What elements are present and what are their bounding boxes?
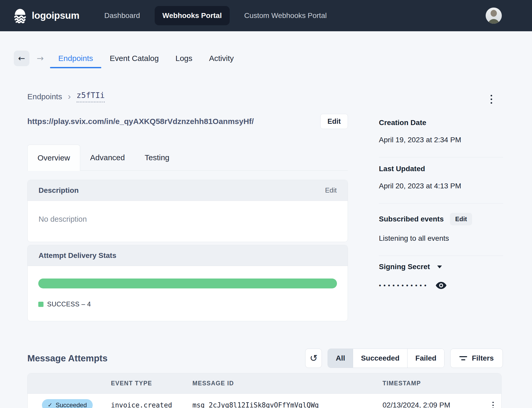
tab-logs[interactable]: Logs bbox=[167, 48, 201, 68]
last-updated-label: Last Updated bbox=[379, 165, 503, 173]
success-rate-bar bbox=[38, 279, 337, 288]
forward-arrow-icon: → bbox=[37, 53, 44, 63]
filter-failed-button[interactable]: Failed bbox=[407, 349, 444, 368]
stats-card-body: SUCCESS – 4 bbox=[28, 266, 348, 321]
column-timestamp: TIMESTAMP bbox=[383, 380, 484, 387]
avatar-head-shape bbox=[491, 10, 497, 17]
subscribed-events-row: Subscribed events Edit bbox=[379, 213, 503, 225]
attempt-filter-segmented: All Succeeded Failed bbox=[328, 349, 445, 368]
status-label: Succeeded bbox=[55, 401, 87, 408]
eye-icon[interactable] bbox=[435, 281, 447, 289]
endpoint-meta-sidebar: Creation Date April 19, 2023 at 2:34 PM … bbox=[379, 114, 503, 289]
attempts-controls: ↺ All Succeeded Failed Filters bbox=[305, 349, 503, 368]
status-cell: ✓ Succeeded bbox=[28, 399, 111, 408]
filters-button[interactable]: Filters bbox=[450, 349, 503, 368]
message-id-cell: msg_2cJyg8l12IiSk8gvOFfYmVglQWg bbox=[192, 401, 383, 408]
subscribed-events-value: Listening to all events bbox=[379, 234, 503, 243]
check-icon: ✓ bbox=[48, 402, 52, 408]
table-header-row: EVENT TYPE MESSAGE ID TIMESTAMP bbox=[28, 373, 501, 394]
description-title: Description bbox=[39, 186, 79, 195]
endpoint-url-row: https://play.svix.com/in/e_qyAXKQ58rVdzn… bbox=[27, 114, 348, 129]
tab-overview[interactable]: Overview bbox=[27, 145, 80, 171]
column-message-id: MESSAGE ID bbox=[192, 380, 383, 387]
signing-secret-row: ••••••••••• bbox=[379, 281, 503, 289]
success-legend-swatch bbox=[38, 302, 43, 307]
description-text: No description bbox=[28, 201, 348, 242]
tab-testing[interactable]: Testing bbox=[135, 145, 179, 170]
row-options-kebab-icon[interactable] bbox=[491, 401, 495, 408]
chevron-right-icon: › bbox=[68, 92, 71, 102]
creation-date-label: Creation Date bbox=[379, 119, 503, 127]
stats-card-header: Attempt Delivery Stats bbox=[28, 245, 348, 266]
breadcrumb-endpoint-id[interactable]: z5fTIi bbox=[77, 91, 105, 102]
event-type-cell: invoice.created bbox=[111, 401, 192, 408]
description-card-header: Description Edit bbox=[28, 180, 348, 201]
message-attempts-table: EVENT TYPE MESSAGE ID TIMESTAMP ✓ Succee… bbox=[27, 373, 502, 408]
nav-item-dashboard[interactable]: Dashboard bbox=[104, 11, 140, 20]
webhooks-portal-page: logoipsum Dashboard Webhooks Portal Cust… bbox=[0, 0, 532, 408]
attempt-delivery-stats-card: Attempt Delivery Stats SUCCESS – 4 bbox=[27, 245, 348, 321]
tab-event-catalog[interactable]: Event Catalog bbox=[101, 48, 167, 68]
back-button[interactable]: ← bbox=[14, 51, 29, 66]
column-event-type: EVENT TYPE bbox=[111, 380, 192, 387]
edit-subscribed-events-button[interactable]: Edit bbox=[450, 213, 472, 225]
detail-tab-bar: Overview Advanced Testing bbox=[27, 145, 348, 171]
timestamp-cell: 02/13/2024, 2:09 PM bbox=[383, 401, 484, 408]
refresh-button[interactable]: ↺ bbox=[305, 349, 322, 368]
message-attempts-header: Message Attempts ↺ All Succeeded Failed … bbox=[27, 348, 503, 369]
message-attempts-title: Message Attempts bbox=[27, 353, 108, 363]
user-avatar[interactable] bbox=[486, 8, 502, 24]
top-nav: logoipsum Dashboard Webhooks Portal Cust… bbox=[0, 0, 532, 31]
edit-description-link[interactable]: Edit bbox=[325, 186, 337, 194]
breadcrumb: Endpoints › z5fTIi bbox=[27, 91, 105, 102]
row-actions-cell bbox=[484, 401, 502, 408]
sidebar-divider bbox=[379, 256, 503, 256]
filters-label: Filters bbox=[472, 354, 494, 362]
back-arrow-icon: ← bbox=[18, 54, 25, 63]
stats-title: Attempt Delivery Stats bbox=[39, 251, 116, 260]
signing-secret-toggle[interactable]: Signing Secret bbox=[379, 263, 503, 271]
refresh-icon: ↺ bbox=[310, 354, 317, 363]
portal-tab-bar: Endpoints Event Catalog Logs Activity bbox=[50, 48, 242, 68]
filter-succeeded-button[interactable]: Succeeded bbox=[353, 349, 407, 368]
signing-secret-masked: ••••••••••• bbox=[379, 282, 429, 289]
nav-item-custom-webhooks-portal[interactable]: Custom Webhooks Portal bbox=[244, 11, 327, 20]
portal-toolbar: ← → Endpoints Event Catalog Logs Activit… bbox=[14, 48, 242, 68]
tab-advanced[interactable]: Advanced bbox=[80, 145, 135, 170]
nav-item-webhooks-portal[interactable]: Webhooks Portal bbox=[155, 6, 230, 25]
avatar-shoulders-shape bbox=[488, 19, 499, 24]
chevron-down-icon bbox=[437, 265, 442, 268]
signing-secret-label: Signing Secret bbox=[379, 263, 430, 271]
tab-endpoints[interactable]: Endpoints bbox=[50, 48, 101, 68]
subscribed-events-label: Subscribed events bbox=[379, 215, 444, 223]
forward-button[interactable]: → bbox=[37, 54, 44, 63]
status-badge: ✓ Succeeded bbox=[42, 399, 93, 408]
stats-legend: SUCCESS – 4 bbox=[38, 300, 337, 308]
logo[interactable]: logoipsum bbox=[12, 8, 79, 23]
success-legend-label: SUCCESS – 4 bbox=[47, 300, 91, 308]
logo-wave-icon bbox=[12, 8, 28, 23]
creation-date-value: April 19, 2023 at 2:34 PM bbox=[379, 136, 503, 144]
last-updated-value: April 20, 2023 at 4:13 PM bbox=[379, 182, 503, 190]
sidebar-divider bbox=[379, 157, 503, 157]
filter-all-button[interactable]: All bbox=[328, 349, 353, 368]
sidebar-divider bbox=[379, 203, 503, 203]
filter-lines-icon bbox=[459, 356, 467, 360]
breadcrumb-endpoints-link[interactable]: Endpoints bbox=[27, 92, 62, 101]
endpoint-options-kebab-icon[interactable] bbox=[490, 94, 493, 105]
tab-activity[interactable]: Activity bbox=[201, 48, 242, 68]
main-nav: Dashboard Webhooks Portal Custom Webhook… bbox=[104, 6, 327, 25]
logo-text: logoipsum bbox=[32, 10, 79, 21]
table-row[interactable]: ✓ Succeeded invoice.created msg_2cJyg8l1… bbox=[28, 394, 501, 408]
endpoint-url: https://play.svix.com/in/e_qyAXKQ58rVdzn… bbox=[27, 117, 254, 126]
edit-url-button[interactable]: Edit bbox=[320, 114, 348, 129]
description-card: Description Edit No description bbox=[27, 180, 348, 242]
